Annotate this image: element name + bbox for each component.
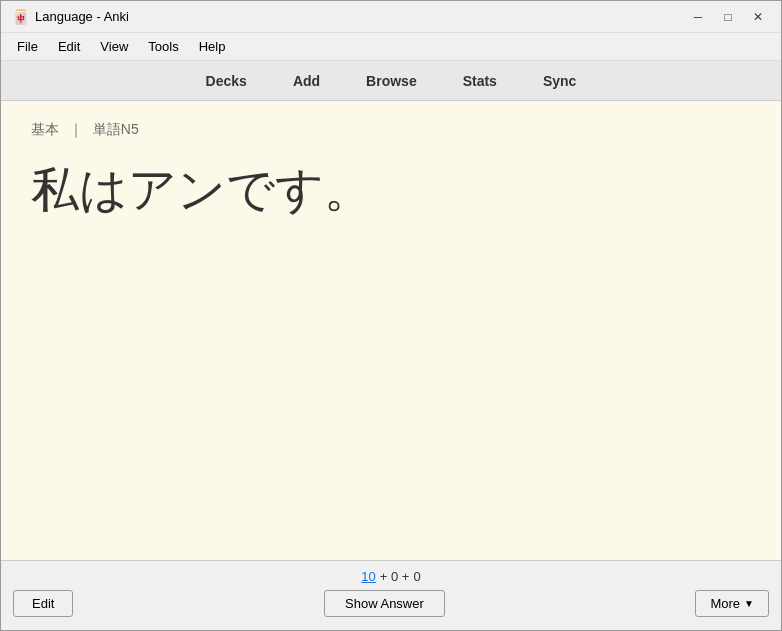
app-icon: 🀄 [11, 8, 29, 26]
menu-file[interactable]: File [9, 37, 46, 56]
stats-row: 10 + 0 + 0 [361, 569, 420, 584]
window-controls: ─ □ ✕ [685, 7, 771, 27]
card-content: 私はアンです。 [31, 159, 751, 540]
card-area: 基本 ｜ 単語N5 私はアンです。 [1, 101, 781, 560]
close-button[interactable]: ✕ [745, 7, 771, 27]
nav-add[interactable]: Add [285, 70, 328, 92]
breadcrumb: 基本 ｜ 単語N5 [31, 121, 751, 139]
breadcrumb-subdeck: 単語N5 [93, 121, 139, 137]
nav-sync[interactable]: Sync [535, 70, 584, 92]
title-bar-left: 🀄 Language - Anki [11, 8, 129, 26]
menu-edit[interactable]: Edit [50, 37, 88, 56]
more-button[interactable]: More ▼ [695, 590, 769, 617]
menu-help[interactable]: Help [191, 37, 234, 56]
menu-view[interactable]: View [92, 37, 136, 56]
minimize-button[interactable]: ─ [685, 7, 711, 27]
maximize-button[interactable]: □ [715, 7, 741, 27]
bottom-bar: 10 + 0 + 0 Edit Show Answer More ▼ [1, 560, 781, 630]
card-question: 私はアンです。 [31, 159, 751, 221]
nav-decks[interactable]: Decks [198, 70, 255, 92]
breadcrumb-separator: ｜ [69, 121, 83, 137]
breadcrumb-deck: 基本 [31, 121, 59, 137]
app-icon-symbol: 🀄 [12, 9, 29, 25]
menu-bar: File Edit View Tools Help [1, 33, 781, 61]
edit-button[interactable]: Edit [13, 590, 73, 617]
stat-new[interactable]: 10 [361, 569, 375, 584]
buttons-row: Edit Show Answer More ▼ [13, 590, 769, 617]
title-bar: 🀄 Language - Anki ─ □ ✕ [1, 1, 781, 33]
show-answer-button[interactable]: Show Answer [324, 590, 445, 617]
nav-bar: Decks Add Browse Stats Sync [1, 61, 781, 101]
nav-browse[interactable]: Browse [358, 70, 425, 92]
stat-operator1: + 0 + [380, 569, 410, 584]
more-label: More [710, 596, 740, 611]
more-dropdown-icon: ▼ [744, 598, 754, 609]
window-title: Language - Anki [35, 9, 129, 24]
menu-tools[interactable]: Tools [140, 37, 186, 56]
nav-stats[interactable]: Stats [455, 70, 505, 92]
stat-operator2: 0 [413, 569, 420, 584]
